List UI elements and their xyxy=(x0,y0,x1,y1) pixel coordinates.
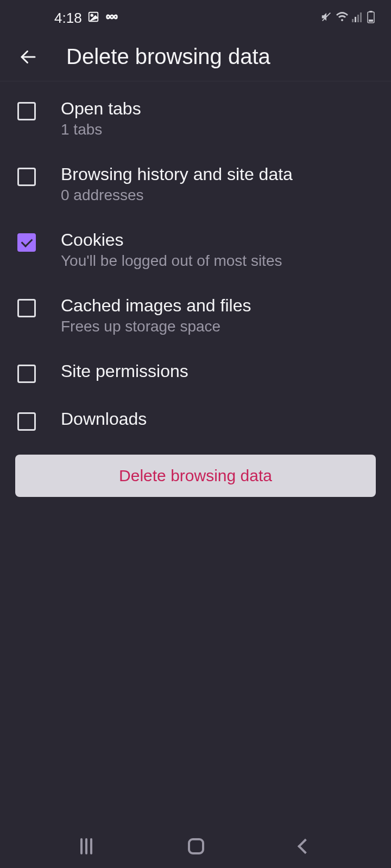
wifi-icon xyxy=(336,11,349,24)
mute-icon xyxy=(320,11,332,25)
svg-rect-6 xyxy=(360,12,362,22)
checkbox-site-permissions[interactable] xyxy=(17,365,36,383)
item-title: Cached images and files xyxy=(61,296,251,316)
checkbox-downloads[interactable] xyxy=(17,412,36,431)
checkbox-cookies[interactable] xyxy=(17,233,36,252)
image-icon xyxy=(87,10,99,27)
checkbox-open-tabs[interactable] xyxy=(17,102,36,120)
item-title: Downloads xyxy=(61,409,147,429)
item-text: Downloads xyxy=(61,409,147,429)
item-subtitle: 1 tabs xyxy=(61,121,141,138)
list-item-cached-images[interactable]: Cached images and files Frees up storage… xyxy=(0,283,391,348)
list-item-site-permissions[interactable]: Site permissions xyxy=(0,348,391,396)
svg-rect-8 xyxy=(369,11,373,12)
item-title: Site permissions xyxy=(61,361,188,381)
checkbox-cached-images[interactable] xyxy=(17,299,36,317)
item-subtitle: You'll be logged out of most sites xyxy=(61,252,282,270)
infinity-icon xyxy=(105,10,119,27)
list-item-browsing-history[interactable]: Browsing history and site data 0 address… xyxy=(0,151,391,217)
list-item-open-tabs[interactable]: Open tabs 1 tabs xyxy=(0,86,391,151)
item-title: Browsing history and site data xyxy=(61,164,293,184)
status-left: 4:18 xyxy=(54,10,119,27)
page-title: Delete browsing data xyxy=(66,44,270,69)
back-button[interactable] xyxy=(17,46,39,68)
item-text: Open tabs 1 tabs xyxy=(61,99,141,138)
nav-home-button[interactable] xyxy=(188,838,204,854)
item-text: Browsing history and site data 0 address… xyxy=(61,164,293,204)
navigation-bar xyxy=(0,825,391,868)
header: Delete browsing data xyxy=(0,33,391,81)
status-bar: 4:18 xyxy=(0,0,391,33)
item-text: Cached images and files Frees up storage… xyxy=(61,296,251,335)
list-item-downloads[interactable]: Downloads xyxy=(0,396,391,444)
item-text: Cookies You'll be logged out of most sit… xyxy=(61,230,282,270)
checkbox-browsing-history[interactable] xyxy=(17,168,36,186)
item-subtitle: Frees up storage space xyxy=(61,318,251,335)
svg-rect-9 xyxy=(369,20,373,22)
svg-rect-3 xyxy=(352,19,354,22)
nav-recents-button[interactable] xyxy=(80,838,92,854)
settings-list: Open tabs 1 tabs Browsing history and si… xyxy=(0,81,391,448)
battery-icon xyxy=(367,10,375,25)
item-title: Open tabs xyxy=(61,99,141,119)
item-subtitle: 0 addresses xyxy=(61,187,293,204)
status-right xyxy=(320,10,375,25)
svg-rect-4 xyxy=(355,17,356,22)
delete-browsing-data-button[interactable]: Delete browsing data xyxy=(15,455,376,497)
item-title: Cookies xyxy=(61,230,282,250)
item-text: Site permissions xyxy=(61,361,188,381)
nav-back-button[interactable] xyxy=(298,839,313,854)
signal-icon xyxy=(352,11,364,24)
svg-rect-5 xyxy=(357,15,359,22)
status-time: 4:18 xyxy=(54,10,82,27)
svg-point-1 xyxy=(91,14,93,16)
list-item-cookies[interactable]: Cookies You'll be logged out of most sit… xyxy=(0,217,391,283)
